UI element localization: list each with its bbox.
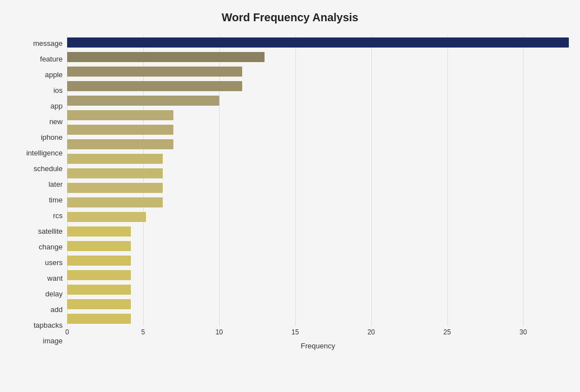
y-label-rcs: rcs — [53, 209, 63, 223]
y-label-image: image — [43, 334, 63, 348]
bar-rcs — [67, 197, 163, 207]
bar-image — [67, 314, 131, 324]
y-label-ios: ios — [53, 83, 63, 97]
bar-row-schedule — [67, 152, 569, 166]
y-label-add: add — [50, 303, 63, 317]
x-tick-0: 0 — [65, 328, 69, 336]
y-label-iphone: iphone — [41, 130, 63, 144]
plot-area: 051015202530 Frequency — [67, 35, 569, 349]
y-label-later: later — [49, 177, 63, 191]
bar-row-satellite — [67, 210, 569, 224]
chart-container: Word Frequency Analysis messagefeatureap… — [0, 0, 580, 392]
y-label-time: time — [49, 192, 63, 207]
bar-feature — [67, 52, 265, 62]
chart-title: Word Frequency Analysis — [11, 11, 569, 24]
y-label-want: want — [48, 271, 63, 286]
x-tick-25: 25 — [444, 328, 451, 336]
x-tick-15: 15 — [291, 328, 299, 336]
y-label-apple: apple — [45, 67, 63, 82]
y-label-feature: feature — [40, 51, 63, 66]
bar-iphone — [67, 125, 173, 135]
bar-row-iphone — [67, 122, 569, 137]
chart-area: messagefeatureappleiosappnewiphoneintell… — [11, 35, 569, 349]
y-label-schedule: schedule — [34, 161, 63, 176]
bar-tapbacks — [67, 299, 131, 309]
bar-want — [67, 256, 131, 266]
bar-row-image — [67, 311, 569, 326]
bar-intelligence — [67, 139, 173, 149]
bar-users — [67, 241, 131, 251]
x-ticks: 051015202530 — [67, 328, 569, 339]
bar-apple — [67, 67, 242, 77]
y-label-new: new — [49, 114, 63, 129]
bar-satellite — [67, 212, 146, 222]
bar-row-add — [67, 282, 569, 297]
bar-new — [67, 110, 173, 120]
bar-later — [67, 168, 163, 178]
y-label-app: app — [50, 98, 63, 113]
bar-row-later — [67, 166, 569, 181]
bar-schedule — [67, 154, 163, 164]
bar-row-change — [67, 224, 569, 239]
y-label-satellite: satellite — [38, 224, 63, 239]
y-label-message: message — [33, 36, 63, 50]
x-tick-20: 20 — [367, 328, 375, 336]
bars-wrapper — [67, 35, 569, 326]
bar-row-intelligence — [67, 137, 569, 152]
bar-row-want — [67, 253, 569, 268]
y-label-intelligence: intelligence — [26, 145, 63, 160]
y-label-delay: delay — [45, 287, 63, 301]
bar-row-app — [67, 93, 569, 108]
bar-row-rcs — [67, 195, 569, 210]
bar-row-ios — [67, 79, 569, 93]
x-tick-10: 10 — [215, 328, 223, 336]
y-label-users: users — [45, 256, 63, 270]
bar-change — [67, 226, 131, 237]
x-tick-30: 30 — [520, 328, 527, 336]
bar-time — [67, 183, 163, 193]
y-axis: messagefeatureappleiosappnewiphoneintell… — [11, 35, 67, 349]
bar-app — [67, 96, 219, 106]
x-tick-5: 5 — [142, 328, 145, 336]
bar-row-new — [67, 108, 569, 122]
bar-row-apple — [67, 64, 569, 79]
bar-row-tapbacks — [67, 297, 569, 311]
x-axis: 051015202530 Frequency — [67, 328, 569, 350]
x-axis-label: Frequency — [67, 342, 569, 350]
bar-row-feature — [67, 50, 569, 64]
bar-ios — [67, 81, 242, 91]
bar-delay — [67, 270, 131, 280]
bar-row-time — [67, 181, 569, 195]
bar-message — [67, 37, 569, 48]
y-label-tapbacks: tapbacks — [34, 318, 63, 333]
bar-row-delay — [67, 268, 569, 282]
y-label-change: change — [39, 240, 63, 254]
bar-row-users — [67, 239, 569, 253]
bar-row-message — [67, 35, 569, 50]
bar-add — [67, 285, 131, 295]
